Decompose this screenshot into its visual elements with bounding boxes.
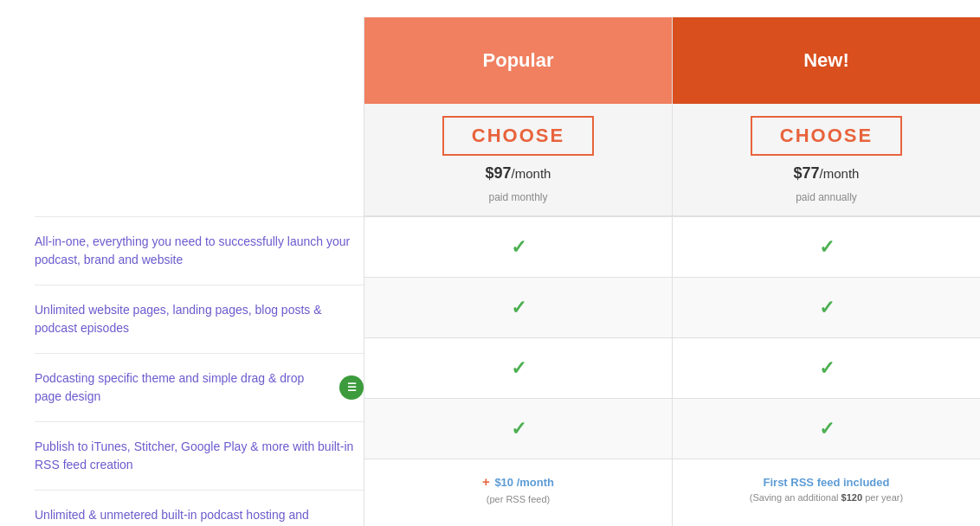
new-price-period: /month xyxy=(820,166,860,181)
new-checkmark-2: ✓ xyxy=(819,297,835,319)
popular-special-sub: (per RSS feed) xyxy=(482,492,554,507)
new-special-sub-end: per year) xyxy=(862,492,903,503)
new-checkmark-4: ✓ xyxy=(819,418,835,440)
popular-plan-header: Popular xyxy=(364,17,672,104)
popular-special-row: + $10 /month (per RSS feed) xyxy=(364,459,672,519)
popular-special-amount: $10 /month xyxy=(494,476,554,489)
features-column: All-in-one, everything you need to succe… xyxy=(0,17,364,526)
popular-price-subtext: paid monthly xyxy=(488,191,547,203)
popular-plan-title: Popular xyxy=(483,49,554,72)
new-price-display: $77/month xyxy=(794,164,860,183)
new-special-main: First RSS feed included xyxy=(764,476,890,489)
feature-item-3: Podcasting specific theme and simple dra… xyxy=(35,353,364,421)
popular-price-display: $97/month xyxy=(486,164,551,183)
popular-plan-column: Popular CHOOSE $97/month paid monthly ✓ … xyxy=(364,17,673,526)
new-special-sub: (Saving an additional $120 per year) xyxy=(750,491,903,505)
popular-checkmark-3: ✓ xyxy=(511,357,526,380)
popular-check-3: ✓ xyxy=(364,337,672,398)
new-price-section: CHOOSE $77/month paid annually xyxy=(673,104,980,216)
plans-columns: Popular CHOOSE $97/month paid monthly ✓ … xyxy=(364,17,980,526)
feature-text-4: Publish to iTunes, Stitcher, Google Play… xyxy=(35,438,364,474)
popular-checkmark-1: ✓ xyxy=(511,236,526,259)
new-check-2: ✓ xyxy=(673,277,980,337)
popular-price-period: /month xyxy=(512,166,551,181)
feature-text-3: Podcasting specific theme and simple dra… xyxy=(35,369,332,406)
new-plan-title: New! xyxy=(803,49,849,72)
feature-item-2: Unlimited website pages, landing pages, … xyxy=(35,285,364,353)
popular-check-1: ✓ xyxy=(364,216,672,277)
popular-special-text: + $10 /month (per RSS feed) xyxy=(482,472,554,506)
popular-choose-button[interactable]: CHOOSE xyxy=(442,116,594,156)
new-special-bold-amount: $120 xyxy=(841,492,862,503)
price-row-spacer xyxy=(35,104,364,216)
new-checkmark-3: ✓ xyxy=(819,357,835,380)
feature-text-2: Unlimited website pages, landing pages, … xyxy=(35,301,364,337)
new-check-4: ✓ xyxy=(673,398,980,459)
feature-text-1: All-in-one, everything you need to succe… xyxy=(35,233,364,269)
feature-item-5: Unlimited & unmetered built-in podcast h… xyxy=(35,490,364,526)
popular-price-section: CHOOSE $97/month paid monthly xyxy=(364,104,672,216)
new-check-3: ✓ xyxy=(673,337,980,398)
new-price-subtext: paid annually xyxy=(796,191,857,203)
feature-item-1: All-in-one, everything you need to succe… xyxy=(35,216,364,285)
new-choose-button[interactable]: CHOOSE xyxy=(751,116,902,156)
new-special-text: First RSS feed included (Saving an addit… xyxy=(750,474,903,505)
features-header-spacer xyxy=(35,17,364,104)
pricing-container: All-in-one, everything you need to succe… xyxy=(0,0,980,526)
plugin-icon: ☰ xyxy=(339,375,364,400)
new-plan-header: New! xyxy=(673,17,980,104)
popular-checkmark-2: ✓ xyxy=(511,297,526,319)
popular-check-2: ✓ xyxy=(364,277,672,337)
popular-price-amount: $97 xyxy=(486,164,512,182)
new-price-amount: $77 xyxy=(794,164,820,182)
popular-plus-icon: + xyxy=(482,474,490,489)
feature-item-4: Publish to iTunes, Stitcher, Google Play… xyxy=(35,421,364,490)
popular-checkmark-4: ✓ xyxy=(511,418,526,440)
new-checkmark-1: ✓ xyxy=(819,236,835,259)
popular-check-4: ✓ xyxy=(364,398,672,459)
new-plan-column: New! CHOOSE $77/month paid annually ✓ ✓ … xyxy=(673,17,980,526)
new-special-sub-text: (Saving an additional xyxy=(750,492,841,503)
new-special-row: First RSS feed included (Saving an addit… xyxy=(673,459,980,519)
new-check-1: ✓ xyxy=(673,216,980,277)
feature-text-5: Unlimited & unmetered built-in podcast h… xyxy=(35,506,364,526)
